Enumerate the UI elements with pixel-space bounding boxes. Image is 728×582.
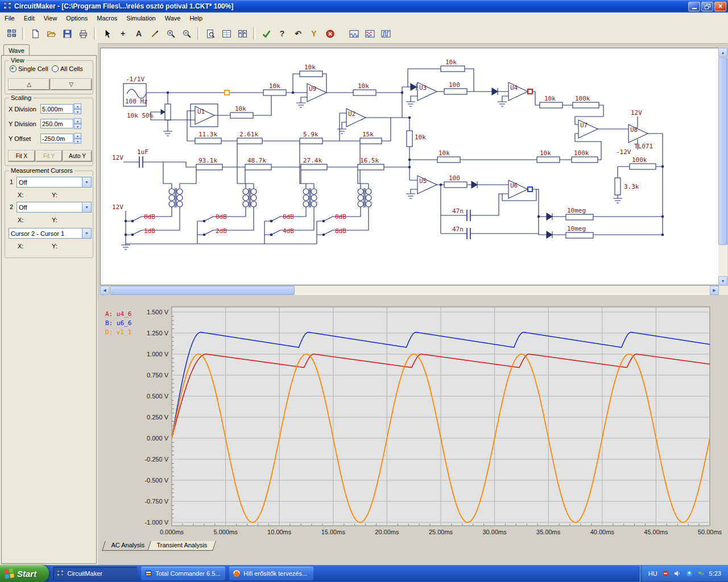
scaling-group: Scaling X Division Y Division Y Offset F… bbox=[5, 98, 93, 166]
data-display-icon[interactable] bbox=[219, 26, 234, 41]
y-tick-label: -0.500 V bbox=[144, 477, 168, 484]
schematic-viewport[interactable]: -1/1V100 Hz10k 50%U110k10k10kU910kU2U310… bbox=[100, 48, 719, 285]
spin-down-icon[interactable] bbox=[74, 124, 81, 130]
volume-icon[interactable] bbox=[673, 569, 681, 577]
new-file-icon[interactable] bbox=[28, 26, 43, 41]
text-tool-icon[interactable]: A bbox=[131, 26, 146, 41]
horizontal-scroll-thumb[interactable] bbox=[110, 286, 295, 295]
netlist-icon[interactable] bbox=[203, 26, 218, 41]
menu-item-view[interactable]: View bbox=[39, 13, 62, 23]
single-cell-radio[interactable]: Single Cell bbox=[10, 65, 48, 72]
auto-y-button[interactable]: Auto Y bbox=[63, 151, 92, 161]
start-button[interactable]: Start bbox=[0, 565, 49, 582]
reset-simulation-icon[interactable]: ↶ bbox=[291, 26, 305, 41]
schematic-label: 100k bbox=[632, 156, 647, 164]
wave-panel-tab[interactable]: Wave bbox=[3, 44, 30, 56]
chevron-down-icon[interactable] bbox=[82, 228, 91, 238]
language-indicator[interactable]: HU bbox=[648, 570, 657, 577]
save-file-icon[interactable] bbox=[60, 26, 75, 41]
check-schematic-icon[interactable] bbox=[259, 26, 274, 41]
spin-up-icon[interactable] bbox=[74, 103, 81, 109]
fit-x-button[interactable]: Fit X bbox=[9, 151, 35, 161]
y-division-stepper[interactable] bbox=[74, 118, 81, 129]
start-button-label: Start bbox=[17, 569, 36, 579]
legend-series-d[interactable]: D: v1_1 bbox=[105, 329, 131, 336]
network-icon[interactable] bbox=[697, 569, 705, 577]
chevron-down-icon[interactable] bbox=[82, 202, 91, 212]
legend-series-b[interactable]: B: u6_6 bbox=[105, 319, 131, 327]
split-view-icon[interactable] bbox=[235, 26, 250, 41]
y-division-label: Y Division bbox=[9, 120, 36, 127]
cursor-diff-select[interactable]: Cursor 2 - Cursor 1 bbox=[9, 228, 92, 239]
zoom-in-icon[interactable] bbox=[163, 26, 178, 41]
multi-trace-scope-icon[interactable] bbox=[362, 26, 377, 41]
spin-up-icon[interactable] bbox=[74, 133, 81, 139]
all-cells-radio[interactable]: All Cells bbox=[52, 65, 83, 72]
schematic-horizontal-scrollbar[interactable]: ◀ ▶ bbox=[100, 286, 719, 295]
menu-item-wave[interactable]: Wave bbox=[160, 13, 185, 23]
zoom-window-icon[interactable] bbox=[179, 26, 194, 41]
probe-node-b[interactable] bbox=[528, 187, 532, 192]
chevron-down-icon[interactable] bbox=[82, 177, 91, 187]
menu-item-file[interactable]: File bbox=[0, 13, 19, 23]
title-bar[interactable]: CircuitMaker - [C:\Program Files\...\rel… bbox=[0, 0, 728, 13]
taskbar-task-circuitmaker[interactable]: CircuitMaker bbox=[53, 567, 137, 580]
menu-item-edit[interactable]: Edit bbox=[19, 13, 39, 23]
cursor-2-select[interactable]: Off bbox=[16, 202, 92, 213]
probe-node-d[interactable] bbox=[225, 90, 229, 95]
x-division-input[interactable] bbox=[40, 104, 73, 114]
close-button[interactable]: × bbox=[714, 2, 726, 11]
print-icon[interactable] bbox=[76, 26, 90, 41]
menu-item-help[interactable]: Help bbox=[185, 13, 207, 23]
clock[interactable]: 5:23 bbox=[709, 570, 721, 577]
scroll-right-icon[interactable]: ▶ bbox=[710, 286, 719, 295]
schematic-label: 10k bbox=[445, 59, 457, 66]
cursor-1-select[interactable]: Off bbox=[16, 177, 92, 188]
cell-down-button[interactable]: ▽ bbox=[51, 79, 92, 90]
legend-series-a[interactable]: A: u4_6 bbox=[105, 310, 131, 318]
place-part-icon[interactable]: + bbox=[115, 26, 130, 41]
schematic-label: 100 Hz bbox=[125, 98, 148, 105]
digital-scope-icon[interactable] bbox=[378, 26, 393, 41]
restore-button[interactable] bbox=[701, 2, 713, 11]
schematic-label: U1 bbox=[197, 108, 205, 115]
tab-ac-analysis[interactable]: AC Analysis bbox=[102, 541, 153, 551]
schematic-canvas[interactable]: -1/1V100 Hz10k 50%U110k10k10kU910kU2U310… bbox=[101, 48, 718, 285]
help-icon[interactable]: ? bbox=[275, 26, 289, 41]
analog-scope-icon[interactable] bbox=[346, 26, 361, 41]
taskbar-task-browser[interactable]: Hifi erősítők tervezés... bbox=[229, 567, 313, 580]
vertical-scroll-thumb[interactable] bbox=[718, 57, 727, 245]
scroll-down-icon[interactable]: ▼ bbox=[718, 276, 727, 285]
tab-ac-analysis-label: AC Analysis bbox=[111, 542, 144, 548]
schematic-label: 8dB bbox=[335, 227, 346, 235]
y-offset-stepper[interactable] bbox=[74, 133, 81, 144]
probe-y-icon[interactable]: Y bbox=[307, 26, 321, 41]
spin-down-icon[interactable] bbox=[74, 139, 81, 144]
schematic-vertical-scrollbar[interactable]: ▲ ▼ bbox=[718, 48, 727, 285]
menu-item-options[interactable]: Options bbox=[61, 13, 92, 23]
taskbar-task-total-commander[interactable]: Total Commander 6.5... bbox=[141, 567, 225, 580]
open-file-icon[interactable] bbox=[44, 26, 59, 41]
arrow-tool-icon[interactable] bbox=[100, 26, 114, 41]
messenger-icon[interactable] bbox=[685, 569, 693, 577]
parts-browser-icon[interactable] bbox=[4, 26, 19, 41]
menu-item-simulation[interactable]: Simulation bbox=[122, 13, 160, 23]
minimize-button[interactable] bbox=[688, 2, 700, 11]
taskbar: Start CircuitMaker Total Commander 6.5..… bbox=[0, 565, 728, 582]
cell-up-button[interactable]: △ bbox=[9, 79, 49, 90]
y-offset-input[interactable] bbox=[40, 134, 73, 143]
x-division-stepper[interactable] bbox=[74, 103, 81, 114]
spin-down-icon[interactable] bbox=[74, 109, 81, 115]
alert-icon[interactable] bbox=[661, 569, 669, 577]
y-division-input[interactable] bbox=[40, 119, 73, 128]
stop-simulation-icon[interactable] bbox=[322, 26, 337, 41]
probe-node-a[interactable] bbox=[528, 89, 532, 94]
menu-item-macros[interactable]: Macros bbox=[92, 13, 122, 23]
scroll-up-icon[interactable]: ▲ bbox=[718, 48, 727, 57]
waveform-plot[interactable]: 1.500 V1.250 V1.000 V0.750 V0.500 V0.250… bbox=[98, 300, 728, 539]
tab-transient-analysis[interactable]: Transient Analysis bbox=[147, 541, 216, 551]
spin-up-icon[interactable] bbox=[74, 118, 81, 124]
wire-tool-icon[interactable] bbox=[147, 26, 162, 41]
scroll-left-icon[interactable]: ◀ bbox=[100, 286, 109, 295]
fit-y-button[interactable]: Fit Y bbox=[36, 151, 62, 161]
